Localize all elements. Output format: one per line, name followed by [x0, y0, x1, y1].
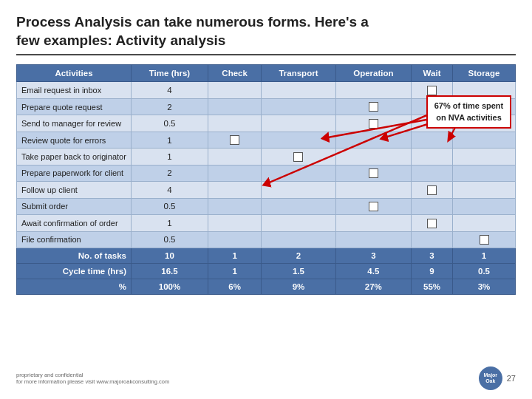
- title-line1: Process Analysis can take numerous forms…: [16, 14, 369, 30]
- table-row: Submit order0.5: [17, 198, 516, 214]
- table-row: Prepare paperwork for client2: [17, 165, 516, 181]
- cell-check: [208, 215, 261, 231]
- cell-activity: Review quote for errors: [17, 132, 132, 148]
- title-line2: few examples: Activity analysis: [16, 33, 225, 48]
- cell-storage: [453, 198, 516, 214]
- footer-label: %: [17, 279, 132, 295]
- footer-logo-area: MajorOak 27: [479, 366, 516, 390]
- cell-time: 2: [132, 165, 208, 181]
- cell-activity: Submit order: [17, 198, 132, 214]
- cell-wait: [412, 182, 453, 198]
- footer-val-4: 55%: [412, 279, 453, 295]
- col-header-activities: Activities: [17, 65, 132, 82]
- cell-operation: [335, 182, 411, 198]
- cell-wait: [412, 215, 453, 231]
- major-oak-logo: MajorOak: [479, 366, 502, 390]
- footer-val-5: 0.5: [453, 264, 516, 279]
- table-row: File confirmation0.5: [17, 231, 516, 248]
- checkbox-operation: [369, 168, 378, 178]
- footer-val-2: 1.5: [262, 264, 335, 279]
- footer-label: Cycle time (hrs): [17, 264, 132, 279]
- footer-val-1: 1: [208, 264, 261, 279]
- footer-val-3: 3: [335, 248, 411, 264]
- cell-operation: [335, 115, 411, 132]
- table-wrapper: Activities Time (hrs) Check Transport Op…: [16, 64, 516, 359]
- footer-val-4: 3: [412, 248, 453, 264]
- cell-check: [208, 115, 261, 132]
- slide-footer: proprietary and confidential for more in…: [16, 364, 516, 390]
- callout-text: 67% of time spent on NVA activities: [434, 101, 504, 121]
- cell-transport: [262, 198, 335, 214]
- table-row: Follow up client4: [17, 182, 516, 198]
- footer-val-0: 10: [132, 248, 208, 264]
- footer-val-0: 100%: [132, 279, 208, 295]
- checkbox-wait: [427, 219, 437, 228]
- cell-storage: [453, 231, 516, 248]
- cell-activity: Send to manager for review: [17, 115, 132, 132]
- cell-storage: [453, 165, 516, 181]
- footer-info-text: for more information please visit www.ma…: [16, 378, 169, 385]
- cell-wait: [412, 132, 453, 148]
- cell-check: [208, 231, 261, 248]
- cell-operation: [335, 132, 411, 148]
- slide-title: Process Analysis can take numerous forms…: [16, 13, 516, 55]
- cell-check: [208, 132, 261, 148]
- cell-wait: [412, 231, 453, 248]
- footer-row-1: Cycle time (hrs)16.511.54.590.5: [17, 264, 516, 279]
- checkbox-storage: [480, 235, 489, 245]
- cell-transport: [262, 215, 335, 231]
- cell-time: 1: [132, 132, 208, 148]
- cell-transport: [262, 182, 335, 198]
- cell-transport: [262, 98, 335, 115]
- table-row: Review quote for errors1: [17, 132, 516, 148]
- table-header-row: Activities Time (hrs) Check Transport Op…: [17, 65, 516, 82]
- footer-val-5: 1: [453, 248, 516, 264]
- cell-check: [208, 165, 261, 181]
- table-row: Await confirmation of order1: [17, 215, 516, 231]
- cell-check: [208, 149, 261, 165]
- footer-row-0: No. of tasks1012331: [17, 248, 516, 264]
- footer-val-2: 9%: [262, 279, 335, 295]
- footer-row-2: %100%6%9%27%55%3%: [17, 279, 516, 295]
- cell-storage: [453, 215, 516, 231]
- footer-val-5: 3%: [453, 279, 516, 295]
- footer-val-1: 6%: [208, 279, 261, 295]
- cell-wait: [412, 149, 453, 165]
- col-header-storage: Storage: [453, 65, 516, 82]
- cell-transport: [262, 165, 335, 181]
- cell-operation: [335, 198, 411, 214]
- col-header-check: Check: [208, 65, 261, 82]
- footer-label: No. of tasks: [17, 248, 132, 264]
- cell-operation: [335, 98, 411, 115]
- cell-wait: [412, 198, 453, 214]
- cell-storage: [453, 182, 516, 198]
- page-number: 27: [507, 374, 516, 383]
- cell-storage: [453, 149, 516, 165]
- cell-activity: Await confirmation of order: [17, 215, 132, 231]
- cell-activity: File confirmation: [17, 231, 132, 248]
- cell-operation: [335, 231, 411, 248]
- cell-operation: [335, 149, 411, 165]
- cell-transport: [262, 115, 335, 132]
- cell-wait: [412, 165, 453, 181]
- checkbox-check: [230, 135, 239, 145]
- cell-activity: Take paper back to originator: [17, 149, 132, 165]
- footer-val-3: 4.5: [335, 264, 411, 279]
- footer-val-4: 9: [412, 264, 453, 279]
- cell-transport: [262, 82, 335, 98]
- col-header-time: Time (hrs): [132, 65, 208, 82]
- cell-operation: [335, 215, 411, 231]
- cell-time: 1: [132, 149, 208, 165]
- cell-check: [208, 98, 261, 115]
- footer-legal: proprietary and confidential for more in…: [16, 372, 169, 385]
- footer-val-2: 2: [262, 248, 335, 264]
- cell-storage: [453, 132, 516, 148]
- cell-transport: [262, 231, 335, 248]
- col-header-transport: Transport: [262, 65, 335, 82]
- cell-time: 1: [132, 215, 208, 231]
- cell-activity: Email request in inbox: [17, 82, 132, 98]
- cell-activity: Follow up client: [17, 182, 132, 198]
- cell-transport: [262, 149, 335, 165]
- footer-val-1: 1: [208, 248, 261, 264]
- slide: Process Analysis can take numerous forms…: [0, 0, 532, 399]
